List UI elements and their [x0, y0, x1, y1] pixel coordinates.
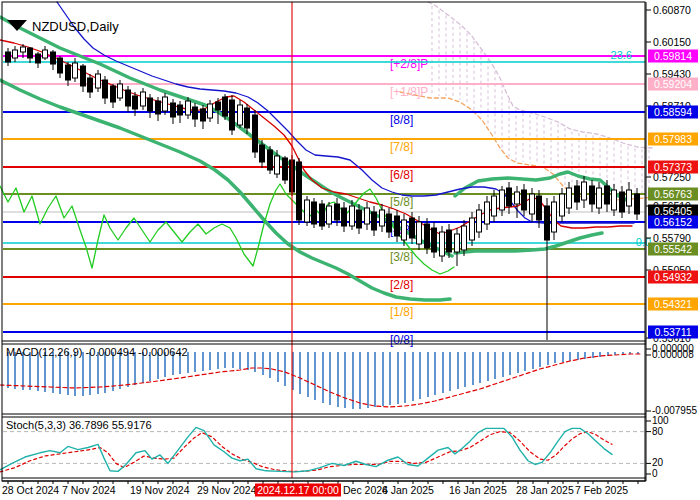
date-axis-label: 7 Feb 2025: [575, 484, 628, 496]
candlestick: [560, 194, 565, 216]
candlestick: [6, 52, 11, 62]
candlestick: [515, 192, 520, 204]
candlestick: [335, 204, 340, 220]
murrey-level-label: [7/8]: [390, 140, 413, 154]
price-scale-label: 0.60150: [653, 36, 691, 48]
price-badge-value: 0.59204: [654, 78, 692, 90]
candlestick: [148, 98, 153, 111]
candlestick: [477, 210, 482, 232]
candlestick: [567, 188, 572, 208]
candlestick: [425, 224, 430, 248]
candlestick: [575, 186, 580, 202]
candlestick: [395, 216, 400, 236]
price-badge-value: 0.56152: [654, 216, 692, 228]
candlestick: [253, 115, 258, 152]
price-badge-value: 0.59814: [654, 50, 692, 62]
candlestick: [297, 162, 302, 220]
candlestick: [58, 58, 63, 73]
candlestick: [605, 186, 610, 204]
candlestick: [268, 150, 273, 170]
candlestick: [380, 210, 385, 226]
price-badge-value: 0.53711: [654, 326, 691, 338]
trading-chart-window: [+2/8]P[+1/8]P[8/8][7/8][6/8][5/8][4/8][…: [0, 0, 700, 500]
candlestick: [500, 190, 505, 210]
candlestick: [530, 194, 535, 214]
price-badge-value: 0.54321: [654, 298, 692, 310]
candlestick: [552, 202, 557, 232]
candlestick: [582, 182, 587, 200]
murrey-level-label: [6/8]: [390, 168, 413, 182]
candlestick: [627, 190, 632, 206]
candlestick: [447, 230, 452, 252]
date-axis-label: 28 Jan 2025: [516, 484, 574, 496]
date-axis-label: 6 Jan 2025: [382, 484, 434, 496]
stoch-scale-label: 0: [652, 468, 658, 479]
date-axis-label: 19 Nov 2024: [130, 484, 190, 496]
candlestick: [73, 63, 78, 78]
murrey-level-label: [2/8]: [390, 278, 413, 292]
candlestick: [350, 206, 355, 226]
murrey-level-label: [0/8]: [390, 333, 413, 347]
candlestick: [455, 234, 460, 252]
stoch-scale-label: 20: [652, 457, 664, 468]
macd-indicator-label: MACD(12,26,9) -0.000494 -0.000642: [6, 346, 188, 358]
price-badge-value: 0.58594: [654, 106, 692, 118]
candlestick: [43, 50, 48, 58]
candlestick: [590, 186, 595, 204]
price-badge-value: 0.57983: [654, 133, 692, 145]
candlestick: [126, 90, 131, 106]
candlestick: [245, 108, 250, 128]
candlestick: [238, 105, 243, 125]
candlestick: [66, 65, 71, 80]
candlestick: [387, 214, 392, 232]
candlestick: [133, 96, 138, 109]
candlestick: [283, 158, 288, 180]
fibonacci-level-label: 23.6: [611, 49, 632, 61]
candlestick: [208, 104, 213, 118]
candlestick: [312, 202, 317, 224]
candlestick: [81, 66, 86, 86]
candlestick: [522, 190, 527, 210]
candlestick: [432, 228, 437, 252]
stochastic-indicator-label: Stoch(5,3,3) 36.7896 55.9176: [6, 419, 152, 431]
price-scale-label: 0.60870: [653, 4, 691, 16]
candlestick: [186, 101, 191, 115]
price-badge-value: 0.54932: [654, 271, 692, 283]
candlestick: [36, 54, 41, 63]
murrey-level-label: [5/8]: [390, 195, 413, 209]
candlestick: [223, 97, 228, 116]
date-axis-label: 16 Jan 2025: [449, 484, 507, 496]
candlestick: [103, 80, 108, 98]
price-badge-value: 0.57373: [654, 161, 692, 173]
candlestick: [545, 206, 550, 240]
symbol-timeframe-title: NZDUSD,Daily: [32, 19, 119, 34]
candlestick: [13, 50, 18, 58]
candlestick: [327, 206, 332, 224]
candlestick: [201, 109, 206, 121]
candlestick: [111, 86, 116, 102]
candlestick: [260, 145, 265, 162]
candlestick: [141, 92, 146, 106]
murrey-level-label: [3/8]: [390, 250, 413, 264]
candlestick: [470, 218, 475, 240]
stoch-scale-label: 80: [652, 426, 664, 437]
murrey-level-label: [+1/8]P: [390, 85, 428, 99]
candlestick: [612, 190, 617, 210]
candlestick: [305, 200, 310, 222]
candlestick: [365, 208, 370, 224]
murrey-level-label: [1/8]: [390, 305, 413, 319]
price-badge-value: 0.56763: [654, 188, 692, 200]
candlestick: [21, 47, 26, 52]
candlestick: [230, 100, 235, 130]
price-badge-value: 0.55542: [654, 243, 692, 255]
candlestick: [171, 103, 176, 117]
candlestick: [357, 210, 362, 228]
candlestick: [537, 196, 542, 220]
candlestick: [440, 232, 445, 256]
murrey-level-label: [8/8]: [390, 113, 413, 127]
date-axis-label: 28 Oct 2024: [2, 484, 59, 496]
candlestick: [193, 107, 198, 119]
candlestick: [402, 220, 407, 240]
candlestick: [178, 105, 183, 115]
candlestick: [118, 84, 123, 98]
